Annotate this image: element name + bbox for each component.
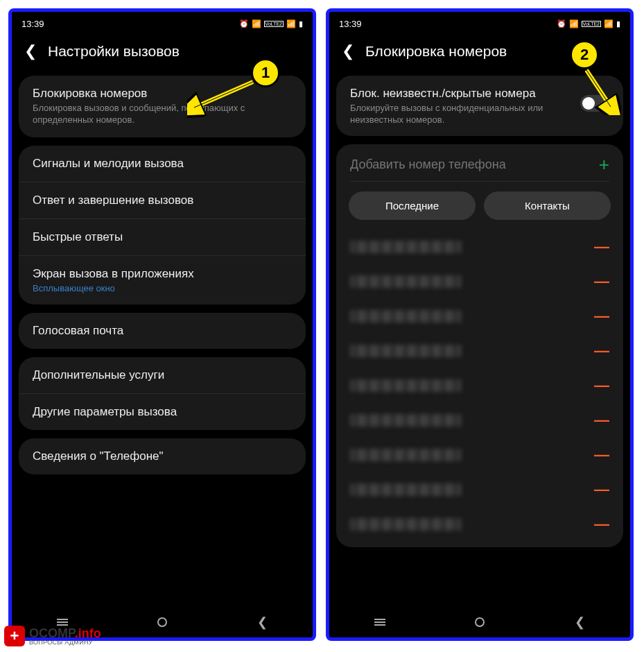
blocked-number-redacted (350, 449, 461, 461)
watermark-plus-icon: + (4, 626, 25, 646)
alarm-icon: ⏰ (239, 19, 249, 28)
remove-icon[interactable]: — (594, 515, 609, 533)
card-ringtones-group: Сигналы и мелодии вызова Ответ и заверше… (19, 146, 306, 304)
remove-icon[interactable]: — (594, 411, 609, 429)
row-voicemail[interactable]: Голосовая почта (19, 313, 306, 349)
blocked-item[interactable]: — (336, 403, 623, 438)
blocked-number-redacted (350, 518, 461, 531)
alarm-icon: ⏰ (557, 19, 566, 28)
input-underline (350, 181, 609, 182)
android-navbar: ❮ (329, 607, 630, 637)
add-icon[interactable]: + (599, 154, 609, 175)
remove-icon[interactable]: — (594, 446, 609, 464)
contacts-button[interactable]: Контакты (484, 191, 611, 220)
status-time: 13:39 (339, 19, 362, 29)
volte-icon: VoLTE2 (264, 21, 284, 27)
watermark-sub: ВОПРОСЫ АДМИНУ (29, 640, 101, 646)
watermark: + OCOMP.info ВОПРОСЫ АДМИНУ (4, 626, 101, 646)
battery-icon: ▮ (299, 19, 303, 28)
row-additional-services[interactable]: Дополнительные услуги (19, 357, 306, 393)
back-icon[interactable]: ❮ (342, 42, 354, 60)
status-icons: ⏰ 📶 VoLTE2 📶 ▮ (557, 19, 620, 28)
row-subtitle: Блокировка вызовов и сообщений, поступаю… (33, 103, 292, 126)
nav-recents-icon[interactable] (57, 619, 68, 626)
signal-icon: 📶 (604, 19, 613, 28)
blocked-item[interactable]: — (336, 264, 623, 299)
add-number-input[interactable] (350, 157, 592, 172)
wifi-icon: 📶 (252, 19, 261, 28)
page-title: Блокировка номеров (365, 43, 507, 60)
blocked-item[interactable]: — (336, 472, 623, 507)
row-title: Блокировка номеров (33, 87, 292, 101)
phone-screen-2: 13:39 ⏰ 📶 VoLTE2 📶 ▮ ❮ Блокировка номеро… (326, 8, 634, 641)
blocked-number-redacted (350, 379, 461, 392)
source-buttons: Последние Контакты (336, 191, 623, 227)
card-blocked-list: + Последние Контакты ————————— (336, 144, 623, 547)
row-ringtones[interactable]: Сигналы и мелодии вызова (19, 146, 306, 182)
remove-icon[interactable]: — (594, 307, 609, 325)
add-number-row: + (336, 144, 623, 181)
status-time: 13:39 (21, 19, 44, 29)
remove-icon[interactable]: — (594, 238, 609, 256)
status-icons: ⏰ 📶 VoLTE2 📶 ▮ (239, 19, 303, 28)
card-about: Сведения о "Телефоне" (19, 438, 306, 474)
remove-icon[interactable]: — (594, 342, 609, 360)
nav-back-icon[interactable]: ❮ (575, 615, 585, 630)
blocked-number-redacted (350, 345, 461, 357)
blocked-number-redacted (350, 241, 461, 253)
status-bar: 13:39 ⏰ 📶 VoLTE2 📶 ▮ (12, 12, 313, 33)
volte-icon: VoLTE2 (582, 21, 601, 27)
row-other-params[interactable]: Другие параметры вызова (19, 393, 306, 430)
recent-button[interactable]: Последние (349, 191, 476, 220)
row-about-phone[interactable]: Сведения о "Телефоне" (19, 438, 306, 474)
card-services-group: Дополнительные услуги Другие параметры в… (19, 357, 306, 430)
callout-2: 2 (570, 40, 599, 69)
row-answer-end[interactable]: Ответ и завершение вызовов (19, 182, 306, 218)
row-call-screen-apps[interactable]: Экран вызова в приложениях Всплывающее о… (19, 255, 306, 304)
nav-back-icon[interactable]: ❮ (257, 615, 268, 630)
remove-icon[interactable]: — (594, 377, 609, 395)
blocked-number-redacted (350, 310, 461, 323)
nav-home-icon[interactable] (157, 617, 167, 627)
wifi-icon: 📶 (569, 19, 579, 28)
row-title: Блок. неизвестн./скрытые номера (350, 87, 572, 101)
card-voicemail: Голосовая почта (19, 313, 306, 349)
blocked-list: ————————— (336, 227, 623, 547)
battery-icon: ▮ (616, 19, 620, 28)
card-block-unknown: Блок. неизвестн./скрытые номера Блокируй… (336, 76, 623, 136)
page-title: Настройки вызовов (48, 43, 180, 60)
row-subtitle: Блокируйте вызовы с конфиденциальных или… (350, 103, 572, 126)
nav-recents-icon[interactable] (374, 619, 385, 626)
status-bar: 13:39 ⏰ 📶 VoLTE2 📶 ▮ (329, 12, 630, 33)
blocked-number-redacted (350, 275, 461, 288)
blocked-item[interactable]: — (336, 438, 623, 472)
row-block-unknown[interactable]: Блок. неизвестн./скрытые номера Блокируй… (336, 76, 623, 136)
row-quick-replies[interactable]: Быстрые ответы (19, 218, 306, 255)
blocked-number-redacted (350, 414, 461, 427)
blocked-item[interactable]: — (336, 334, 623, 368)
blocked-item[interactable]: — (336, 230, 623, 264)
callout-1: 1 (251, 58, 280, 87)
signal-icon: 📶 (286, 19, 296, 28)
blocked-item[interactable]: — (336, 368, 623, 403)
toggle-block-unknown[interactable] (580, 95, 609, 112)
back-icon[interactable]: ❮ (24, 42, 37, 60)
nav-home-icon[interactable] (475, 617, 485, 627)
blocked-item[interactable]: — (336, 299, 623, 334)
remove-icon[interactable]: — (594, 481, 609, 499)
phone-screen-1: 13:39 ⏰ 📶 VoLTE2 📶 ▮ ❮ Настройки вызовов… (8, 8, 316, 641)
watermark-main: OCOMP.info (29, 627, 101, 640)
blocked-item[interactable]: — (336, 507, 623, 542)
blocked-number-redacted (350, 483, 461, 496)
remove-icon[interactable]: — (594, 273, 609, 291)
